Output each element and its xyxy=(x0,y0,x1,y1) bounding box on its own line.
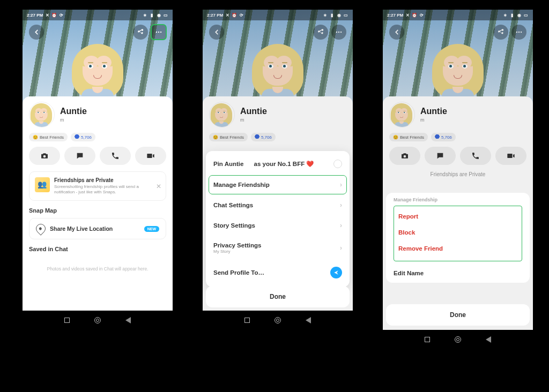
chevron-right-icon: › xyxy=(340,201,342,209)
nav-back-icon[interactable] xyxy=(125,317,131,323)
done-label: Done xyxy=(270,293,286,300)
profile-username: m xyxy=(60,117,87,123)
badge-bestfriends[interactable]: 😊 Best Friends xyxy=(29,133,68,141)
nav-back-icon[interactable] xyxy=(306,317,311,323)
status-left: 2:27 PM ✕ ⏰ ⟳ xyxy=(27,12,64,18)
edit-name-row[interactable]: Edit Name xyxy=(394,265,522,281)
profile-name: Auntie xyxy=(60,107,87,116)
chevron-left-icon xyxy=(33,28,40,36)
dnd-icon: ✕ xyxy=(44,12,50,18)
nav-home-icon[interactable] xyxy=(274,317,281,323)
android-nav xyxy=(203,311,353,330)
chevron-right-icon: › xyxy=(340,244,342,252)
new-badge: NEW xyxy=(144,226,159,232)
screen-3: 2:27 PM✕⏰⟳ ∗▮◉▭ Auntiem 😊Best Friends5,7… xyxy=(383,10,533,330)
signal-icon: ▮ xyxy=(149,12,154,18)
send-profile-label: Send Profile To… xyxy=(213,269,264,276)
video-button[interactable] xyxy=(135,147,166,165)
chevron-right-icon: › xyxy=(340,181,342,189)
alarm-icon: ⏰ xyxy=(51,12,57,18)
sync-icon: ⟳ xyxy=(58,12,64,18)
close-icon: ✕ xyxy=(156,183,161,190)
wifi-icon: ◉ xyxy=(156,12,161,18)
done-label: Done xyxy=(450,311,466,319)
badges: 😊 Best Friends 5,706 xyxy=(29,133,166,141)
send-icon xyxy=(330,267,342,278)
ghost-icon xyxy=(75,134,79,140)
svg-point-1 xyxy=(158,32,159,33)
nav-recents-icon[interactable] xyxy=(64,318,70,323)
section-saved: Saved in Chat xyxy=(29,246,166,252)
smiley-emoji-icon: 😊 xyxy=(33,135,38,140)
nav-recents-icon[interactable] xyxy=(244,318,250,323)
status-time: 2:27 PM xyxy=(27,13,43,18)
bluetooth-icon: ∗ xyxy=(142,12,147,18)
pin-text-pre: Pin Auntie xyxy=(213,161,243,167)
pin-text-post: as your No.1 BFF ❤️ xyxy=(254,161,314,167)
share-live-label: Share My Live Location xyxy=(50,225,140,232)
top-bar xyxy=(23,25,173,40)
remove-friend-row[interactable]: Remove Friend xyxy=(398,240,517,257)
svg-point-2 xyxy=(160,32,161,33)
nav-home-icon[interactable] xyxy=(94,317,101,323)
privacy-card-desc: Screenshotting friendship profiles will … xyxy=(54,184,160,195)
chat-icon xyxy=(76,152,84,160)
block-row[interactable]: Block xyxy=(398,224,517,240)
close-card-button[interactable]: ✕ xyxy=(156,183,161,190)
chat-settings-row[interactable]: Chat Settings › xyxy=(206,195,350,215)
done-button[interactable]: Done xyxy=(386,304,530,326)
report-row[interactable]: Report xyxy=(398,208,517,224)
status-right: ∗ ▮ ◉ ▭ xyxy=(142,12,168,18)
share-live-location-row[interactable]: Share My Live Location NEW xyxy=(29,218,166,239)
share-button[interactable] xyxy=(133,25,148,40)
phone-2: 2:27 PM✕⏰⟳ ∗▮◉▭ Auntiem 😊Best Friends5,7… xyxy=(203,10,353,330)
bitmoji-avatar xyxy=(73,42,122,101)
profile-sheet: Auntie m 😊 Best Friends 5,706 xyxy=(23,96,173,311)
video-icon xyxy=(146,152,155,160)
phone-3: 2:27 PM✕⏰⟳ ∗▮◉▭ Auntiem 😊Best Friends5,7… xyxy=(383,10,533,349)
friends-thumb-icon xyxy=(35,177,50,192)
manage-friendship-title: Manage Friendship xyxy=(394,197,522,202)
chat-settings-label: Chat Settings xyxy=(213,202,253,208)
manage-friendship-label: Manage Friendship xyxy=(213,182,270,188)
story-settings-row[interactable]: Story Settings › xyxy=(206,215,350,236)
more-button[interactable] xyxy=(151,25,166,40)
chat-button[interactable] xyxy=(64,147,95,165)
manage-friendship-row[interactable]: Manage Friendship › xyxy=(209,176,346,194)
phone-icon xyxy=(111,152,120,160)
radio-unchecked-icon xyxy=(333,160,342,168)
battery-icon: ▭ xyxy=(163,12,168,18)
privacy-settings-row[interactable]: Privacy Settings My Story › xyxy=(206,236,350,260)
action-row xyxy=(29,147,166,165)
back-button[interactable] xyxy=(29,25,44,40)
status-bar: 2:27 PM ✕ ⏰ ⟳ ∗ ▮ ◉ ▭ xyxy=(23,10,173,20)
pin-bff-row[interactable]: Pin Auntie as your No.1 BFF ❤️ xyxy=(206,153,350,175)
screen-1: 2:27 PM ✕ ⏰ ⟳ ∗ ▮ ◉ ▭ xyxy=(23,10,173,311)
privacy-settings-sub: My Story xyxy=(213,249,261,254)
manage-friendship-highlight: Report Block Remove Friend xyxy=(394,206,522,261)
camera-button[interactable] xyxy=(29,147,60,165)
android-nav xyxy=(23,311,173,330)
done-button[interactable]: Done xyxy=(206,286,350,307)
nav-back-icon[interactable] xyxy=(486,336,491,343)
nav-home-icon[interactable] xyxy=(455,336,461,343)
story-settings-label: Story Settings xyxy=(213,222,255,229)
privacy-settings-label: Privacy Settings xyxy=(213,242,261,248)
chevron-right-icon: › xyxy=(340,222,342,229)
call-button[interactable] xyxy=(100,147,131,165)
profile-row: Auntie m xyxy=(29,102,166,127)
section-snapmap: Snap Map xyxy=(29,207,166,214)
privacy-card-title: Friendships are Private xyxy=(54,177,160,183)
avatar[interactable] xyxy=(29,102,55,127)
send-profile-row[interactable]: Send Profile To… xyxy=(206,260,350,285)
nav-recents-icon[interactable] xyxy=(425,337,430,342)
privacy-info-card: Friendships are Private Screenshotting f… xyxy=(29,171,166,201)
badge-snapscore[interactable]: 5,706 xyxy=(71,133,95,141)
settings-sheet: Pin Auntie as your No.1 BFF ❤️ Manage Fr… xyxy=(206,151,350,287)
more-horizontal-icon xyxy=(155,28,162,36)
saved-empty-text: Photos and videos saved in Chat will app… xyxy=(29,257,166,281)
phone-1: 2:27 PM ✕ ⏰ ⟳ ∗ ▮ ◉ ▭ xyxy=(23,10,173,330)
svg-point-0 xyxy=(156,32,157,33)
snapscore-value: 5,706 xyxy=(81,135,92,140)
bestfriends-label: Best Friends xyxy=(40,135,64,140)
